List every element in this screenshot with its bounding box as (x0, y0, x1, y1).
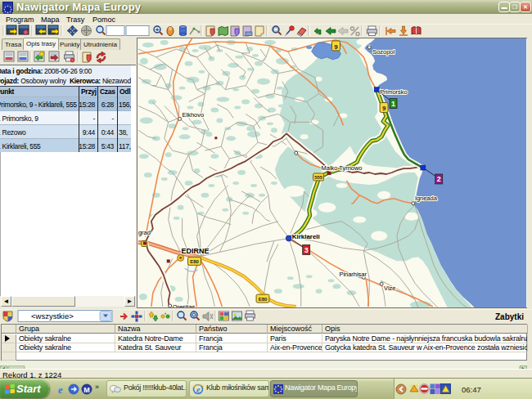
svg-text:3: 3 (304, 246, 309, 254)
svg-text:Orestias: Orestias (173, 303, 196, 308)
svg-text:E80: E80 (190, 259, 199, 264)
svg-text:Elkhovo: Elkhovo (183, 111, 204, 119)
svg-text:M: M (83, 386, 90, 394)
svg-text:2: 2 (437, 175, 441, 183)
svg-text:E80: E80 (259, 297, 268, 302)
svg-text:»: » (95, 383, 99, 391)
svg-text:Primorsko: Primorsko (380, 88, 407, 96)
svg-text:Pinarhisar: Pinarhisar (339, 271, 367, 278)
svg-text:Kirklareli: Kirklareli (292, 233, 320, 240)
svg-text:1: 1 (391, 100, 395, 108)
svg-text:Malko Tyrnowo: Malko Tyrnowo (322, 164, 363, 172)
svg-text:555: 555 (314, 175, 323, 180)
svg-text:+: + (156, 26, 160, 34)
svg-text:EDIRNE: EDIRNE (182, 247, 210, 255)
svg-text:e: e (58, 383, 63, 396)
svg-text:e: e (196, 385, 201, 394)
svg-text:Vize: Vize (384, 285, 395, 292)
svg-text:9: 9 (382, 105, 386, 112)
svg-text:Igneada: Igneada (415, 195, 438, 202)
svg-text:9: 9 (334, 43, 338, 51)
svg-text:grad: grad (138, 229, 151, 236)
svg-text:<wszystkie>: <wszystkie> (31, 312, 74, 321)
svg-text:Sozopol: Sozopol (372, 48, 394, 56)
